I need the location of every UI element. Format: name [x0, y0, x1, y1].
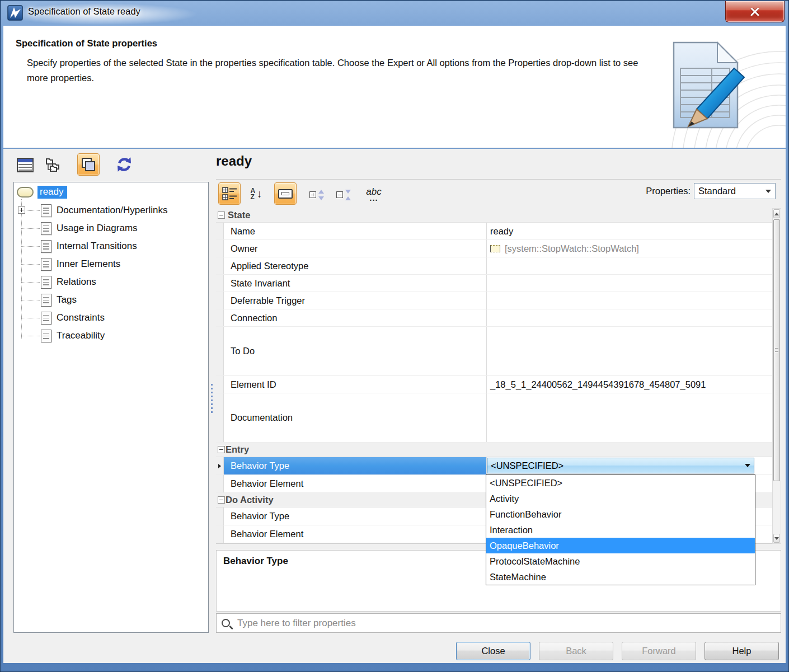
copy-icon	[81, 157, 96, 172]
property-row-to-do[interactable]: To Do	[216, 327, 772, 376]
behavior-type-combobox[interactable]: <UNSPECIFIED>	[487, 458, 754, 473]
property-value[interactable]	[486, 292, 772, 309]
forward-button[interactable]: Forward	[622, 642, 696, 660]
document-icon	[41, 294, 51, 307]
tree-item-inner-elements[interactable]: Inner Elements	[14, 255, 208, 273]
tree-item-usage-in-diagrams[interactable]: Usage in Diagrams	[14, 219, 208, 237]
vertical-scrollbar[interactable]	[772, 208, 781, 544]
heading-divider	[216, 179, 781, 180]
property-value[interactable]	[486, 327, 772, 375]
close-dialog-button[interactable]: Close	[456, 642, 530, 660]
tree-item-internal-transitions[interactable]: Internal Transitions	[14, 237, 208, 255]
property-label: State Invariant	[224, 275, 486, 292]
abc-filter-icon: abc ...	[366, 187, 381, 202]
scroll-down-button[interactable]	[773, 534, 780, 543]
help-button[interactable]: Help	[705, 642, 779, 660]
collapse-all-button[interactable]	[332, 185, 355, 205]
property-row-element-id[interactable]: Element ID _18_5_1_24400562_149445439167…	[216, 376, 772, 393]
property-row-name[interactable]: Name ready	[216, 223, 772, 240]
copy-view-button[interactable]	[77, 153, 100, 176]
property-value[interactable]: [system::StopWatch::StopWatch]	[486, 240, 772, 257]
scroll-up-button[interactable]	[773, 209, 780, 218]
close-icon	[750, 8, 759, 16]
tree-item-documentation-hyperlinks[interactable]: Documentation/Hyperlinks	[14, 201, 208, 219]
dropdown-option-opaquebehavior[interactable]: OpaqueBehavior	[486, 538, 755, 553]
titlebar[interactable]: Specification of State ready	[0, 0, 789, 26]
property-value[interactable]: ready	[486, 223, 772, 239]
list-view-button[interactable]	[15, 154, 36, 176]
collapse-minus-icon[interactable]	[218, 212, 225, 219]
behavior-type-dropdown-list: <UNSPECIFIED> Activity FunctionBehavior …	[486, 474, 755, 585]
property-label: Behavior Type	[224, 507, 486, 525]
tree-view-button[interactable]	[43, 154, 64, 176]
sort-alphabetic-button[interactable]: AZ ↓	[246, 185, 266, 204]
tree-root-item[interactable]: ready	[17, 185, 67, 199]
property-row-entry-behavior-type[interactable]: Behavior Type <UNSPECIFIED>	[216, 457, 772, 475]
property-value[interactable]: <UNSPECIFIED>	[486, 457, 772, 474]
triangle-down-icon	[774, 537, 779, 540]
window-title: Specification of State ready	[28, 6, 140, 17]
state-icon	[17, 187, 34, 198]
close-button[interactable]	[725, 1, 785, 22]
property-row-applied-stereotype[interactable]: Applied Stereotype	[216, 257, 772, 275]
refresh-button[interactable]	[112, 153, 137, 176]
property-label: Owner	[224, 240, 486, 257]
property-label: Behavior Element	[224, 525, 486, 543]
tree-item-traceability[interactable]: Traceability	[14, 327, 208, 345]
abc-filter-button[interactable]: abc ...	[360, 185, 387, 205]
properties-mode-dropdown[interactable]: Standard	[694, 183, 776, 199]
dropdown-option-statemachine[interactable]: StateMachine	[486, 569, 755, 585]
property-value[interactable]	[486, 275, 772, 292]
element-heading: ready	[216, 153, 252, 169]
property-value[interactable]	[486, 257, 772, 274]
triangle-up-icon	[774, 213, 779, 215]
splitter-handle[interactable]	[211, 384, 213, 415]
group-header-state[interactable]: State	[216, 208, 772, 223]
property-label: To Do	[224, 327, 486, 375]
property-row-connection[interactable]: Connection	[216, 309, 772, 327]
dropdown-option-unspecified[interactable]: <UNSPECIFIED>	[486, 475, 755, 491]
expand-all-icon	[309, 190, 324, 200]
show-description-button[interactable]	[274, 182, 297, 205]
dropdown-option-functionbehavior[interactable]: FunctionBehavior	[486, 506, 755, 522]
collapse-minus-icon[interactable]	[218, 496, 225, 504]
tree-item-constraints[interactable]: Constraints	[14, 309, 208, 327]
document-icon	[41, 312, 51, 325]
property-row-state-invariant[interactable]: State Invariant	[216, 275, 772, 292]
expand-toggle-icon[interactable]	[18, 206, 25, 214]
list-view-icon	[17, 158, 34, 172]
chevron-down-icon	[745, 464, 750, 467]
tree-item-relations[interactable]: Relations	[14, 273, 208, 291]
document-icon	[41, 240, 51, 253]
search-icon	[222, 619, 230, 627]
document-icon	[41, 276, 51, 289]
property-value[interactable]	[486, 393, 772, 442]
scroll-thumb[interactable]	[773, 219, 780, 481]
property-label: Deferrable Trigger	[224, 292, 486, 309]
tree-item-tags[interactable]: Tags	[14, 291, 208, 309]
dropdown-option-activity[interactable]: Activity	[486, 491, 755, 506]
property-label: Connection	[224, 309, 486, 326]
dropdown-option-protocolstatemachine[interactable]: ProtocolStateMachine	[486, 553, 755, 569]
property-label: Applied Stereotype	[224, 257, 486, 274]
property-row-documentation[interactable]: Documentation	[216, 393, 772, 443]
categorized-view-button[interactable]	[218, 182, 241, 205]
refresh-icon	[115, 156, 134, 173]
document-pencil-icon	[666, 39, 751, 135]
chevron-down-icon	[765, 190, 771, 193]
filter-input[interactable]	[236, 617, 781, 629]
expand-all-button[interactable]	[306, 185, 328, 205]
property-value[interactable]: _18_5_1_24400562_1494454391678_454807_50…	[486, 376, 772, 393]
property-label: Behavior Type	[224, 457, 486, 474]
collapse-minus-icon[interactable]	[218, 446, 225, 453]
property-row-owner[interactable]: Owner [system::StopWatch::StopWatch]	[216, 240, 772, 257]
property-value[interactable]	[486, 309, 772, 326]
back-button[interactable]: Back	[539, 642, 613, 660]
properties-mode-value: Standard	[698, 186, 736, 196]
group-header-entry[interactable]: Entry	[216, 443, 772, 457]
filter-box	[216, 613, 781, 633]
property-row-deferrable-trigger[interactable]: Deferrable Trigger	[216, 292, 772, 309]
intro-title: Specification of State properties	[16, 38, 157, 49]
property-label: Behavior Element	[224, 475, 486, 492]
dropdown-option-interaction[interactable]: Interaction	[486, 522, 755, 538]
